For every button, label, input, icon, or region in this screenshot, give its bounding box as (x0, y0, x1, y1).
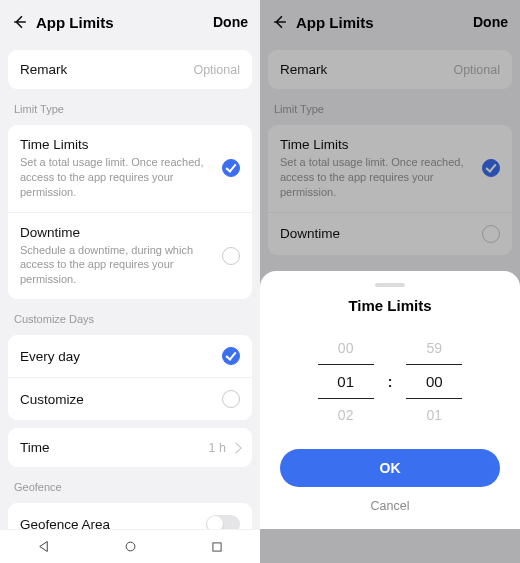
section-customize-days: Customize Days (8, 299, 252, 327)
option-customize[interactable]: Customize (8, 377, 252, 420)
limit-type-card: Time Limits Set a total usage limit. Onc… (8, 125, 252, 299)
svg-point-0 (126, 542, 135, 551)
app-limits-screen: App Limits Done Remark Optional Limit Ty… (0, 0, 260, 563)
radio-customize[interactable] (222, 390, 240, 408)
time-separator: : (388, 374, 393, 390)
time-value: 1 h (209, 441, 226, 455)
minute-prev: 59 (406, 332, 462, 364)
time-limits-desc: Set a total usage limit. Once reached, a… (20, 155, 214, 200)
time-row[interactable]: Time 1 h (8, 428, 252, 467)
option-time-limits[interactable]: Time Limits Set a total usage limit. Onc… (8, 125, 252, 212)
time-limits-label: Time Limits (20, 137, 214, 152)
remark-placeholder: Optional (193, 63, 240, 77)
hour-prev: 00 (318, 332, 374, 364)
minutes-wheel[interactable]: 59 00 01 (406, 332, 462, 431)
svg-rect-1 (213, 542, 221, 550)
remark-card: Remark Optional (8, 50, 252, 89)
downtime-desc: Schedule a downtime, during which access… (20, 243, 214, 288)
back-button[interactable] (6, 8, 34, 36)
option-every-day[interactable]: Every day (8, 335, 252, 377)
time-card: Time 1 h (8, 428, 252, 467)
cancel-button[interactable]: Cancel (276, 487, 504, 515)
geofence-label: Geofence Area (20, 517, 206, 529)
app-limits-screen-picker-open: App Limits Done Remark Optional Limit Ty… (260, 0, 520, 563)
hours-wheel[interactable]: 00 01 02 (318, 332, 374, 431)
arrow-left-icon (11, 13, 29, 31)
header: App Limits Done (0, 0, 260, 42)
minute-selected: 00 (406, 364, 462, 399)
hour-next: 02 (318, 399, 374, 431)
geofence-card: Geofence Area (8, 503, 252, 529)
system-navbar (0, 529, 260, 563)
section-limit-type: Limit Type (8, 89, 252, 117)
sheet-grabber[interactable] (375, 283, 405, 287)
remark-label: Remark (20, 62, 193, 77)
done-button[interactable]: Done (213, 14, 248, 30)
content-scroll[interactable]: Remark Optional Limit Type Time Limits S… (0, 42, 260, 529)
downtime-label: Downtime (20, 225, 214, 240)
remark-row[interactable]: Remark Optional (8, 50, 252, 89)
time-picker: 00 01 02 : 59 00 01 (276, 332, 504, 431)
radio-every-day[interactable] (222, 347, 240, 365)
days-card: Every day Customize (8, 335, 252, 420)
picker-title: Time Limits (276, 297, 504, 314)
customize-label: Customize (20, 392, 214, 407)
time-label: Time (20, 440, 209, 455)
nav-back[interactable] (36, 539, 51, 554)
minute-next: 01 (406, 399, 462, 431)
time-picker-sheet: Time Limits 00 01 02 : 59 00 01 OK Cance… (260, 271, 520, 529)
nav-home[interactable] (123, 539, 138, 554)
every-day-label: Every day (20, 349, 214, 364)
chevron-right-icon (230, 442, 241, 453)
ok-button[interactable]: OK (280, 449, 500, 487)
section-geofence: Geofence (8, 467, 252, 495)
hour-selected: 01 (318, 364, 374, 399)
page-title: App Limits (36, 14, 213, 31)
radio-downtime[interactable] (222, 247, 240, 265)
geofence-row[interactable]: Geofence Area (8, 503, 252, 529)
radio-time-limits[interactable] (222, 159, 240, 177)
geofence-toggle[interactable] (206, 515, 240, 529)
option-downtime[interactable]: Downtime Schedule a downtime, during whi… (8, 212, 252, 300)
nav-recents[interactable] (210, 540, 224, 554)
